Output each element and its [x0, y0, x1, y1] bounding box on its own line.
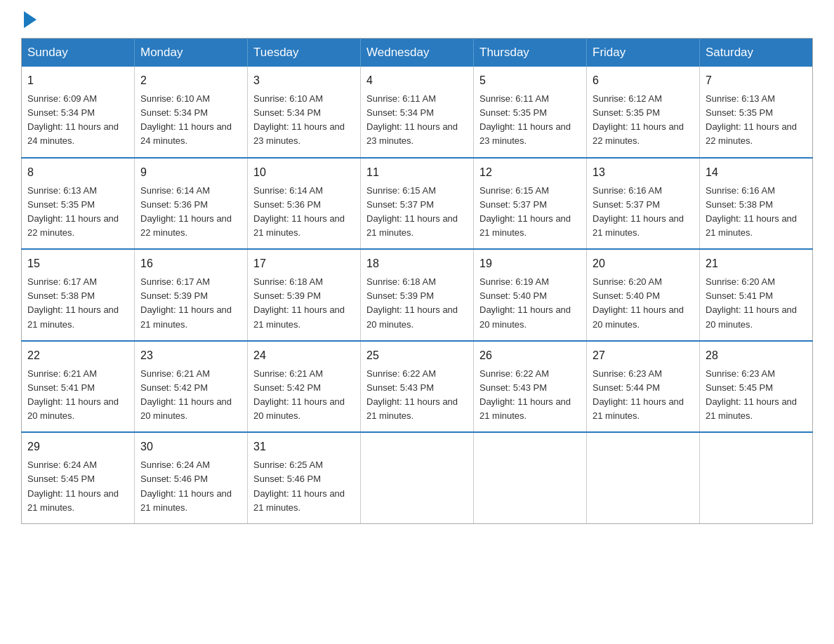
day-header-thursday: Thursday — [474, 39, 587, 67]
day-info: Sunrise: 6:16 AMSunset: 5:37 PMDaylight:… — [593, 185, 684, 238]
day-number: 3 — [253, 72, 355, 89]
day-info: Sunrise: 6:18 AMSunset: 5:39 PMDaylight:… — [366, 276, 458, 329]
calendar-cell: 7 Sunrise: 6:13 AMSunset: 5:35 PMDayligh… — [700, 67, 813, 158]
day-number: 2 — [140, 72, 241, 89]
calendar-cell: 30 Sunrise: 6:24 AMSunset: 5:46 PMDaylig… — [135, 432, 248, 523]
day-info: Sunrise: 6:15 AMSunset: 5:37 PMDaylight:… — [366, 185, 458, 238]
day-header-wednesday: Wednesday — [361, 39, 474, 67]
day-number: 9 — [140, 164, 241, 181]
calendar-cell: 16 Sunrise: 6:17 AMSunset: 5:39 PMDaylig… — [135, 249, 248, 341]
calendar-cell — [361, 432, 474, 523]
calendar-cell: 15 Sunrise: 6:17 AMSunset: 5:38 PMDaylig… — [22, 249, 135, 341]
calendar-cell: 11 Sunrise: 6:15 AMSunset: 5:37 PMDaylig… — [361, 158, 474, 250]
day-info: Sunrise: 6:19 AMSunset: 5:40 PMDaylight:… — [479, 276, 571, 329]
day-info: Sunrise: 6:21 AMSunset: 5:42 PMDaylight:… — [140, 368, 232, 421]
day-header-tuesday: Tuesday — [248, 39, 361, 67]
calendar-week-5: 29 Sunrise: 6:24 AMSunset: 5:45 PMDaylig… — [22, 432, 813, 523]
day-number: 15 — [27, 255, 128, 272]
calendar-cell: 23 Sunrise: 6:21 AMSunset: 5:42 PMDaylig… — [135, 341, 248, 433]
calendar-cell — [587, 432, 700, 523]
day-info: Sunrise: 6:21 AMSunset: 5:42 PMDaylight:… — [253, 368, 345, 421]
day-info: Sunrise: 6:24 AMSunset: 5:46 PMDaylight:… — [140, 459, 232, 512]
calendar-cell: 22 Sunrise: 6:21 AMSunset: 5:41 PMDaylig… — [22, 341, 135, 433]
calendar-cell: 14 Sunrise: 6:16 AMSunset: 5:38 PMDaylig… — [700, 158, 813, 250]
calendar-cell — [474, 432, 587, 523]
day-number: 12 — [479, 164, 581, 181]
day-number: 8 — [27, 164, 128, 181]
day-info: Sunrise: 6:23 AMSunset: 5:44 PMDaylight:… — [593, 368, 684, 421]
day-number: 18 — [366, 255, 468, 272]
calendar-cell: 5 Sunrise: 6:11 AMSunset: 5:35 PMDayligh… — [474, 67, 587, 158]
day-number: 23 — [140, 347, 241, 364]
day-number: 11 — [366, 164, 468, 181]
calendar-cell: 6 Sunrise: 6:12 AMSunset: 5:35 PMDayligh… — [587, 67, 700, 158]
logo-arrow-icon — [24, 11, 37, 28]
calendar-week-2: 8 Sunrise: 6:13 AMSunset: 5:35 PMDayligh… — [22, 158, 813, 250]
day-info: Sunrise: 6:13 AMSunset: 5:35 PMDaylight:… — [706, 93, 797, 146]
day-number: 29 — [27, 438, 128, 455]
day-number: 14 — [706, 164, 807, 181]
calendar-cell: 10 Sunrise: 6:14 AMSunset: 5:36 PMDaylig… — [248, 158, 361, 250]
calendar-cell: 31 Sunrise: 6:25 AMSunset: 5:46 PMDaylig… — [248, 432, 361, 523]
day-info: Sunrise: 6:14 AMSunset: 5:36 PMDaylight:… — [253, 185, 345, 238]
day-info: Sunrise: 6:20 AMSunset: 5:41 PMDaylight:… — [706, 276, 797, 329]
calendar-cell: 18 Sunrise: 6:18 AMSunset: 5:39 PMDaylig… — [361, 249, 474, 341]
calendar-table: SundayMondayTuesdayWednesdayThursdayFrid… — [21, 38, 813, 524]
day-number: 27 — [593, 347, 694, 364]
day-info: Sunrise: 6:10 AMSunset: 5:34 PMDaylight:… — [140, 93, 232, 146]
day-number: 5 — [479, 72, 581, 89]
calendar-cell: 17 Sunrise: 6:18 AMSunset: 5:39 PMDaylig… — [248, 249, 361, 341]
day-number: 28 — [706, 347, 807, 364]
day-info: Sunrise: 6:13 AMSunset: 5:35 PMDaylight:… — [27, 185, 119, 238]
day-info: Sunrise: 6:21 AMSunset: 5:41 PMDaylight:… — [27, 368, 119, 421]
day-info: Sunrise: 6:09 AMSunset: 5:34 PMDaylight:… — [27, 93, 119, 146]
calendar-week-1: 1 Sunrise: 6:09 AMSunset: 5:34 PMDayligh… — [22, 67, 813, 158]
calendar-cell — [700, 432, 813, 523]
calendar-cell: 9 Sunrise: 6:14 AMSunset: 5:36 PMDayligh… — [135, 158, 248, 250]
day-info: Sunrise: 6:17 AMSunset: 5:38 PMDaylight:… — [27, 276, 119, 329]
day-header-monday: Monday — [135, 39, 248, 67]
day-info: Sunrise: 6:23 AMSunset: 5:45 PMDaylight:… — [706, 368, 797, 421]
day-number: 10 — [253, 164, 355, 181]
calendar-cell: 25 Sunrise: 6:22 AMSunset: 5:43 PMDaylig… — [361, 341, 474, 433]
day-info: Sunrise: 6:11 AMSunset: 5:34 PMDaylight:… — [366, 93, 458, 146]
day-number: 25 — [366, 347, 468, 364]
calendar-cell: 21 Sunrise: 6:20 AMSunset: 5:41 PMDaylig… — [700, 249, 813, 341]
day-number: 13 — [593, 164, 694, 181]
calendar-cell: 4 Sunrise: 6:11 AMSunset: 5:34 PMDayligh… — [361, 67, 474, 158]
day-info: Sunrise: 6:16 AMSunset: 5:38 PMDaylight:… — [706, 185, 797, 238]
calendar-cell: 2 Sunrise: 6:10 AMSunset: 5:34 PMDayligh… — [135, 67, 248, 158]
day-number: 31 — [253, 438, 355, 455]
day-header-saturday: Saturday — [700, 39, 813, 67]
day-info: Sunrise: 6:11 AMSunset: 5:35 PMDaylight:… — [479, 93, 571, 146]
day-number: 30 — [140, 438, 241, 455]
day-number: 26 — [479, 347, 581, 364]
calendar-cell: 13 Sunrise: 6:16 AMSunset: 5:37 PMDaylig… — [587, 158, 700, 250]
day-number: 6 — [593, 72, 694, 89]
day-info: Sunrise: 6:22 AMSunset: 5:43 PMDaylight:… — [366, 368, 458, 421]
day-number: 16 — [140, 255, 241, 272]
day-info: Sunrise: 6:18 AMSunset: 5:39 PMDaylight:… — [253, 276, 345, 329]
calendar-week-3: 15 Sunrise: 6:17 AMSunset: 5:38 PMDaylig… — [22, 249, 813, 341]
day-number: 20 — [593, 255, 694, 272]
day-info: Sunrise: 6:24 AMSunset: 5:45 PMDaylight:… — [27, 459, 119, 512]
logo — [21, 14, 37, 24]
day-info: Sunrise: 6:17 AMSunset: 5:39 PMDaylight:… — [140, 276, 232, 329]
calendar-cell: 1 Sunrise: 6:09 AMSunset: 5:34 PMDayligh… — [22, 67, 135, 158]
calendar-cell: 20 Sunrise: 6:20 AMSunset: 5:40 PMDaylig… — [587, 249, 700, 341]
day-header-sunday: Sunday — [22, 39, 135, 67]
day-number: 7 — [706, 72, 807, 89]
calendar-cell: 19 Sunrise: 6:19 AMSunset: 5:40 PMDaylig… — [474, 249, 587, 341]
day-number: 21 — [706, 255, 807, 272]
calendar-cell: 29 Sunrise: 6:24 AMSunset: 5:45 PMDaylig… — [22, 432, 135, 523]
day-number: 24 — [253, 347, 355, 364]
day-info: Sunrise: 6:14 AMSunset: 5:36 PMDaylight:… — [140, 185, 232, 238]
day-info: Sunrise: 6:20 AMSunset: 5:40 PMDaylight:… — [593, 276, 684, 329]
day-header-friday: Friday — [587, 39, 700, 67]
calendar-cell: 26 Sunrise: 6:22 AMSunset: 5:43 PMDaylig… — [474, 341, 587, 433]
day-number: 1 — [27, 72, 128, 89]
calendar-cell: 24 Sunrise: 6:21 AMSunset: 5:42 PMDaylig… — [248, 341, 361, 433]
calendar-cell: 27 Sunrise: 6:23 AMSunset: 5:44 PMDaylig… — [587, 341, 700, 433]
calendar-cell: 8 Sunrise: 6:13 AMSunset: 5:35 PMDayligh… — [22, 158, 135, 250]
calendar-cell: 28 Sunrise: 6:23 AMSunset: 5:45 PMDaylig… — [700, 341, 813, 433]
